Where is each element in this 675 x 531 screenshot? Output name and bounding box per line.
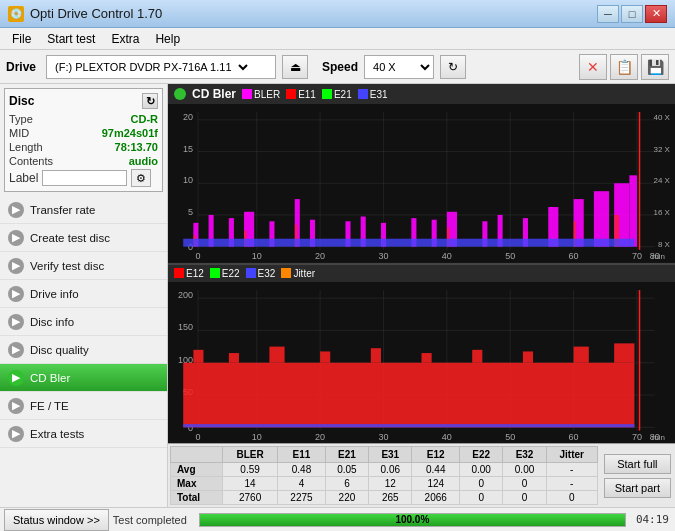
- total-label: Total: [171, 491, 223, 505]
- menu-help[interactable]: Help: [147, 30, 188, 48]
- svg-rect-99: [422, 353, 432, 363]
- svg-text:40: 40: [442, 251, 452, 261]
- svg-rect-98: [371, 348, 381, 363]
- disc-type-row: Type CD-R: [9, 113, 158, 125]
- legend-e11: E11: [286, 89, 316, 100]
- total-e31: 265: [369, 491, 412, 505]
- chart2-header: E12 E22 E32 Jitter: [168, 265, 675, 282]
- disc-length-label: Length: [9, 141, 43, 153]
- save-button[interactable]: 💾: [641, 54, 669, 80]
- sidebar-item-extra-tests[interactable]: ▶ Extra tests: [0, 420, 167, 448]
- status-window-button[interactable]: Status window >>: [4, 509, 109, 531]
- col-header-e32: E32: [503, 447, 546, 463]
- svg-text:8 X: 8 X: [658, 240, 671, 249]
- chart1-icon: [174, 88, 186, 100]
- sidebar-item-verify-test-disc[interactable]: ▶ Verify test disc: [0, 252, 167, 280]
- chart2-canvas-container: 0 50 100 150 200 0 10 20 30 40 50 60 70 …: [168, 282, 675, 444]
- e21-label: E21: [334, 89, 352, 100]
- svg-text:30: 30: [378, 432, 388, 442]
- status-time: 04:19: [636, 513, 669, 526]
- svg-text:60: 60: [569, 251, 579, 261]
- stats-section: BLER E11 E21 E31 E12 E22 E32 Jitter Avg: [168, 443, 675, 507]
- close-button[interactable]: ✕: [645, 5, 667, 23]
- disc-label-input[interactable]: [42, 170, 127, 186]
- avg-e32: 0.00: [503, 463, 546, 477]
- status-text: Test completed: [113, 514, 187, 526]
- start-part-button[interactable]: Start part: [604, 478, 671, 498]
- col-header-empty: [171, 447, 223, 463]
- create-test-disc-icon: ▶: [8, 230, 24, 246]
- max-bler: 14: [223, 477, 278, 491]
- disc-header: Disc ↻: [9, 93, 158, 109]
- drive-select-container[interactable]: (F:) PLEXTOR DVDR PX-716A 1.11: [46, 55, 276, 79]
- svg-rect-94: [193, 349, 203, 362]
- legend2-jitter: Jitter: [281, 268, 315, 279]
- e22-color: [210, 268, 220, 278]
- sidebar-item-disc-info[interactable]: ▶ Disc info: [0, 308, 167, 336]
- chart1-canvas-container: 0 5 10 15 20 0 10 20 30 40 50 60 70 80: [168, 104, 675, 263]
- maximize-button[interactable]: □: [621, 5, 643, 23]
- e22-label: E22: [222, 268, 240, 279]
- col-header-e12: E12: [412, 447, 460, 463]
- legend-e31: E31: [358, 89, 388, 100]
- svg-text:40 X: 40 X: [653, 113, 670, 122]
- menu-start-test[interactable]: Start test: [39, 30, 103, 48]
- drive-dropdown[interactable]: (F:) PLEXTOR DVDR PX-716A 1.11: [51, 60, 251, 74]
- svg-text:10: 10: [252, 251, 262, 261]
- speed-dropdown[interactable]: 40 X: [364, 55, 434, 79]
- disc-refresh-button[interactable]: ↻: [142, 93, 158, 109]
- start-full-button[interactable]: Start full: [604, 454, 671, 474]
- sidebar-label-fe-te: FE / TE: [30, 400, 69, 412]
- disc-contents-label: Contents: [9, 155, 53, 167]
- legend2-e22: E22: [210, 268, 240, 279]
- avg-label: Avg: [171, 463, 223, 477]
- e32-color: [246, 268, 256, 278]
- app-icon: 💿: [8, 6, 24, 22]
- svg-text:20: 20: [183, 112, 193, 122]
- svg-text:32 X: 32 X: [653, 145, 670, 154]
- avg-e21: 0.05: [325, 463, 368, 477]
- col-header-bler: BLER: [223, 447, 278, 463]
- table-row-max: Max 14 4 6 12 124 0 0 -: [171, 477, 598, 491]
- sidebar-item-drive-info[interactable]: ▶ Drive info: [0, 280, 167, 308]
- progress-text: 100.0%: [200, 514, 625, 526]
- fe-te-icon: ▶: [8, 398, 24, 414]
- avg-bler: 0.59: [223, 463, 278, 477]
- svg-text:16 X: 16 X: [653, 208, 670, 217]
- disc-label-settings-button[interactable]: ⚙: [131, 169, 151, 187]
- copy-button[interactable]: 📋: [610, 54, 638, 80]
- max-label: Max: [171, 477, 223, 491]
- sidebar-item-fe-te[interactable]: ▶ FE / TE: [0, 392, 167, 420]
- col-header-jitter: Jitter: [546, 447, 597, 463]
- sidebar-item-create-test-disc[interactable]: ▶ Create test disc: [0, 224, 167, 252]
- sidebar-item-disc-quality[interactable]: ▶ Disc quality: [0, 336, 167, 364]
- col-header-e21: E21: [325, 447, 368, 463]
- sidebar-label-extra-tests: Extra tests: [30, 428, 84, 440]
- disc-info-icon: ▶: [8, 314, 24, 330]
- minimize-button[interactable]: ─: [597, 5, 619, 23]
- eject-button[interactable]: ⏏: [282, 55, 308, 79]
- avg-e11: 0.48: [278, 463, 326, 477]
- title-bar: 💿 Opti Drive Control 1.70 ─ □ ✕: [0, 0, 675, 28]
- menu-file[interactable]: File: [4, 30, 39, 48]
- menu-extra[interactable]: Extra: [103, 30, 147, 48]
- disc-type-value: CD-R: [131, 113, 159, 125]
- content-area: CD Bler BLER E11 E21: [168, 84, 675, 507]
- sidebar-item-transfer-rate[interactable]: ▶ Transfer rate: [0, 196, 167, 224]
- transfer-rate-icon: ▶: [8, 202, 24, 218]
- sidebar-item-cd-bler[interactable]: ▶ CD Bler: [0, 364, 167, 392]
- max-e11: 4: [278, 477, 326, 491]
- erase-button[interactable]: ✕: [579, 54, 607, 80]
- svg-text:5: 5: [188, 207, 193, 217]
- svg-rect-97: [320, 351, 330, 362]
- progress-bar-container: 100.0%: [199, 513, 626, 527]
- cd-bler-icon: ▶: [8, 370, 24, 386]
- chart2-legend: E12 E22 E32 Jitter: [174, 268, 315, 279]
- disc-quality-icon: ▶: [8, 342, 24, 358]
- svg-text:15: 15: [183, 144, 193, 154]
- disc-label-row: Label ⚙: [9, 169, 158, 187]
- legend2-e32: E32: [246, 268, 276, 279]
- max-e21: 6: [325, 477, 368, 491]
- svg-rect-55: [629, 175, 637, 246]
- refresh-drive-button[interactable]: ↻: [440, 55, 466, 79]
